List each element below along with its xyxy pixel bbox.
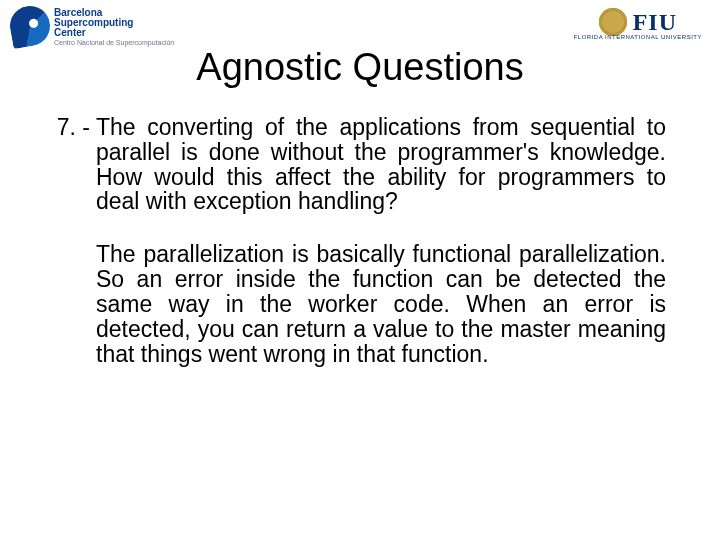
item-number: 7. - xyxy=(40,115,96,366)
fiu-logo: FIU FLORIDA INTERNATIONAL UNIVERSITY xyxy=(574,6,702,40)
question-text: The converting of the applications from … xyxy=(96,115,666,214)
bsc-line3: Center xyxy=(54,28,174,38)
fiu-abbrev: FIU xyxy=(633,9,677,36)
bsc-logo: Barcelona Supercomputing Center Centro N… xyxy=(10,6,174,46)
qa-item: 7. - The converting of the applications … xyxy=(40,115,666,366)
slide-header: Barcelona Supercomputing Center Centro N… xyxy=(0,0,720,52)
slide-body: 7. - The converting of the applications … xyxy=(0,115,720,366)
slide-title: Agnostic Questions xyxy=(0,46,720,89)
fiu-seal-icon xyxy=(599,8,627,36)
bsc-icon xyxy=(7,3,53,49)
item-text: The converting of the applications from … xyxy=(96,115,666,366)
answer-text: The parallelization is basically functio… xyxy=(96,242,666,366)
bsc-logo-text: Barcelona Supercomputing Center Centro N… xyxy=(54,6,174,46)
bsc-line4: Centro Nacional de Supercomputación xyxy=(54,39,174,46)
fiu-fullname: FLORIDA INTERNATIONAL UNIVERSITY xyxy=(574,34,702,40)
